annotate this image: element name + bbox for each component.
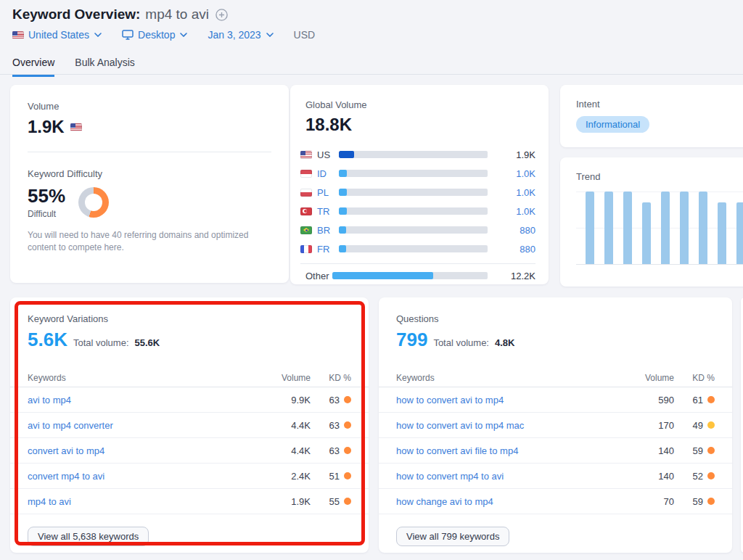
trend-bar (623, 192, 632, 264)
volume-cell: 140 (629, 445, 674, 456)
view-all-questions-button[interactable]: View all 799 keywords (396, 527, 509, 546)
country-code[interactable]: BR (317, 225, 339, 236)
table-header: Keywords Volume KD % (379, 368, 732, 387)
chevron-down-icon (180, 33, 187, 37)
volume-bar (339, 189, 488, 196)
page-title: Keyword Overview: (12, 7, 140, 22)
keyword-link[interactable]: how to convert mp4 to avi (396, 471, 629, 482)
filter-bar: United States Desktop Jan 3, 2023 USD (12, 29, 315, 41)
volume-cell: 2.4K (266, 471, 311, 482)
keyword-link[interactable]: mp4 to avi (28, 496, 266, 507)
volume-bar (339, 226, 488, 234)
global-volume-row: US 1.9K (300, 145, 535, 164)
kd-cell: 49 (693, 420, 703, 431)
kd-dot-icon (344, 396, 351, 403)
volume-card: Volume 1.9K Keyword Difficulty 55% Diffi… (10, 85, 289, 283)
global-volume-value: 18.8K (305, 115, 535, 135)
volume-value: 1.9K (28, 117, 65, 137)
country-code[interactable]: ID (317, 168, 339, 179)
date-selector-label: Jan 3, 2023 (208, 29, 260, 41)
kd-dot-icon (707, 421, 715, 429)
card-divider (28, 152, 271, 152)
country-code[interactable]: PL (317, 187, 339, 198)
total-volume-label: Total volume: (433, 337, 489, 348)
keyword-link[interactable]: convert mp4 to avi (28, 471, 266, 482)
keyword-link[interactable]: avi to mp4 (28, 395, 266, 405)
variations-title: Keyword Variations (28, 313, 351, 324)
keyword-link[interactable]: avi to mp4 converter (28, 420, 266, 431)
kd-dot-icon (344, 421, 351, 429)
global-volume-row: PL 1.0K (300, 183, 535, 202)
table-row: how to convert avi to mp4 590 61 (379, 387, 732, 413)
fr-flag-icon (300, 245, 312, 253)
trend-bar-chart (576, 192, 743, 265)
country-volume[interactable]: 880 (498, 244, 535, 255)
column-keywords: Keywords (396, 373, 629, 383)
volume-bar (339, 245, 488, 252)
trend-bar (736, 202, 743, 264)
kd-dot-icon (707, 472, 715, 479)
us-flag-icon (300, 151, 312, 159)
country-selector[interactable]: United States (12, 29, 102, 41)
global-volume-list: US 1.9K ID 1.0K PL 1.0K TR 1.0K (300, 145, 535, 282)
add-keyword-icon[interactable] (215, 9, 228, 21)
trend-bars (586, 192, 743, 264)
keyword-link[interactable]: convert avi to mp4 (28, 445, 266, 456)
volume-cell: 140 (629, 471, 674, 482)
column-kd: KD % (674, 373, 715, 383)
keyword-variations-card: Keyword Variations 5.6K Total volume: 55… (10, 297, 369, 553)
device-selector[interactable]: Desktop (122, 29, 187, 41)
page-header: Keyword Overview: mp4 to avi (12, 7, 228, 22)
br-flag-icon (300, 226, 312, 234)
kd-cell: 63 (329, 420, 340, 431)
column-kd: KD % (311, 373, 351, 383)
trend-bar (642, 202, 651, 264)
trend-bar (718, 202, 726, 264)
country-code: US (317, 149, 339, 160)
kd-cell: 59 (693, 496, 703, 507)
kd-cell: 63 (329, 445, 340, 456)
questions-card: Questions 799 Total volume: 4.8K Keyword… (379, 297, 732, 553)
volume-bar (332, 272, 488, 279)
keyword-link[interactable]: how to convert avi file to mp4 (396, 445, 629, 456)
table-row: how to convert avi file to mp4 140 59 (379, 438, 732, 464)
country-volume[interactable]: 880 (498, 225, 535, 236)
column-keywords: Keywords (28, 373, 266, 383)
country-code[interactable]: TR (317, 206, 339, 217)
volume-cell: 170 (629, 420, 674, 431)
kd-cell: 55 (329, 496, 340, 507)
intent-card: Intent Informational (560, 85, 743, 147)
volume-cell: 4.4K (266, 420, 311, 431)
keyword-link[interactable]: how to convert avi to mp4 (396, 395, 629, 405)
kd-cell: 59 (693, 445, 703, 456)
other-label: Other (305, 271, 332, 281)
id-flag-icon (300, 170, 312, 178)
date-selector[interactable]: Jan 3, 2023 (208, 29, 273, 41)
keyword-difficulty-label: Keyword Difficulty (28, 168, 271, 179)
kd-dot-icon (707, 396, 715, 403)
country-volume[interactable]: 1.0K (498, 187, 535, 198)
column-volume: Volume (629, 373, 674, 383)
country-volume[interactable]: 1.0K (498, 168, 535, 179)
kd-dot-icon (344, 447, 351, 454)
keyword-link[interactable]: how change avi to mp4 (396, 496, 629, 507)
kd-cell: 51 (329, 471, 340, 482)
country-selector-label: United States (28, 29, 89, 41)
global-volume-other-row: Other 12.2K (300, 263, 535, 282)
country-volume[interactable]: 1.0K (498, 206, 535, 217)
chevron-down-icon (94, 33, 102, 37)
kd-dot-icon (344, 472, 351, 479)
keyword-link[interactable]: how to convert avi to mp4 mac (396, 420, 629, 431)
trend-label: Trend (576, 171, 743, 182)
country-volume: 1.9K (498, 149, 535, 160)
table-row: avi to mp4 9.9K 63 (10, 387, 369, 413)
table-row: how to convert mp4 to avi 140 52 (379, 464, 732, 489)
keyword-overview-page: Keyword Overview: mp4 to avi United Stat… (0, 0, 743, 560)
other-volume: 12.2K (498, 271, 535, 281)
volume-cell: 1.9K (266, 496, 311, 507)
trend-bar (661, 192, 670, 264)
currency-label: USD (294, 29, 316, 41)
view-all-variations-button[interactable]: View all 5,638 keywords (28, 527, 149, 546)
global-volume-label: Global Volume (305, 99, 535, 110)
country-code[interactable]: FR (317, 244, 339, 255)
